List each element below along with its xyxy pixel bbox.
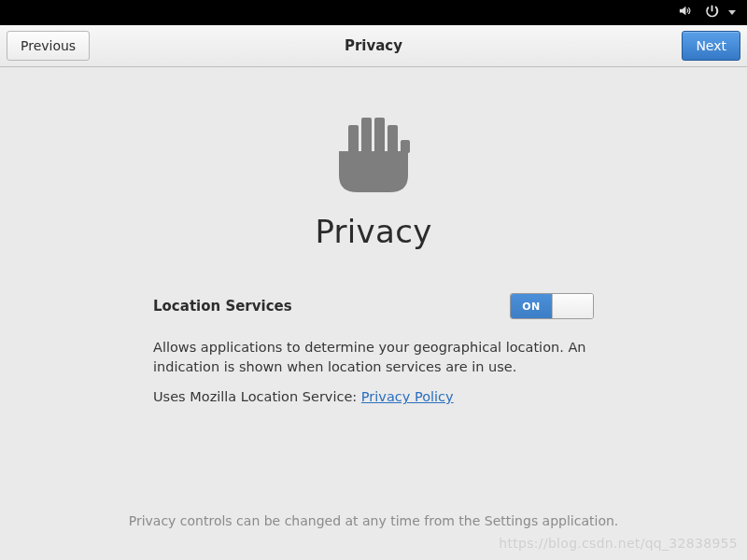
svg-rect-2 bbox=[374, 118, 385, 153]
svg-rect-1 bbox=[361, 118, 372, 153]
previous-button[interactable]: Previous bbox=[7, 31, 90, 61]
svg-rect-0 bbox=[348, 125, 359, 153]
watermark: https://blog.csdn.net/qq_32838955 bbox=[499, 536, 738, 551]
settings-block: Location Services ON Allows applications… bbox=[153, 293, 594, 404]
location-services-row: Location Services ON bbox=[153, 293, 594, 319]
svg-rect-3 bbox=[388, 125, 398, 153]
uses-prefix: Uses Mozilla Location Service: bbox=[153, 389, 361, 404]
system-top-bar bbox=[0, 0, 747, 25]
main-content: Privacy Location Services ON Allows appl… bbox=[0, 67, 747, 560]
power-icon[interactable] bbox=[705, 4, 719, 21]
location-services-label: Location Services bbox=[153, 298, 292, 315]
header-bar: Previous Privacy Next bbox=[0, 25, 747, 67]
svg-rect-4 bbox=[401, 140, 410, 153]
mozilla-service-line: Uses Mozilla Location Service: Privacy P… bbox=[153, 389, 594, 404]
chevron-down-icon[interactable] bbox=[728, 10, 736, 15]
next-button[interactable]: Next bbox=[682, 31, 740, 61]
page-heading: Privacy bbox=[315, 213, 431, 250]
privacy-hand-icon bbox=[333, 106, 414, 196]
switch-knob bbox=[552, 294, 593, 318]
location-services-description: Allows applications to determine your ge… bbox=[153, 338, 594, 376]
switch-on-label: ON bbox=[511, 294, 552, 318]
volume-icon[interactable] bbox=[678, 4, 692, 21]
header-title: Privacy bbox=[0, 37, 747, 54]
footer-note: Privacy controls can be changed at any t… bbox=[0, 513, 747, 528]
location-services-switch[interactable]: ON bbox=[510, 293, 594, 319]
privacy-policy-link[interactable]: Privacy Policy bbox=[361, 389, 454, 404]
